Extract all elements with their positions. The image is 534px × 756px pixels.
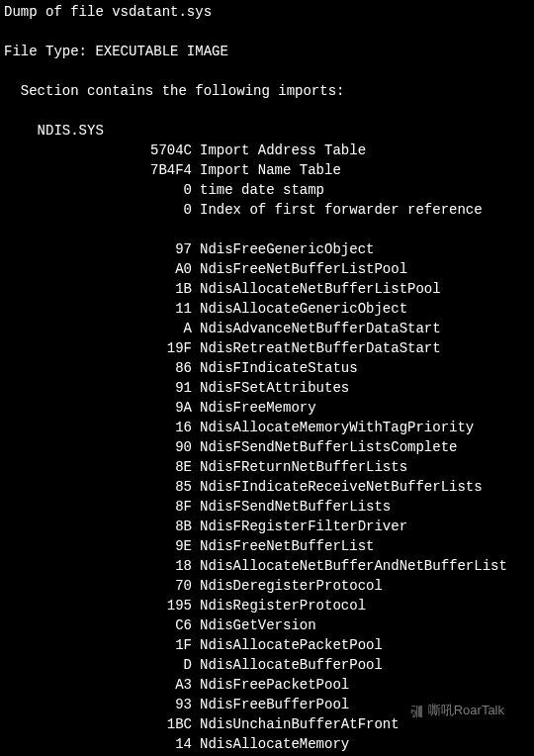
import-name: NdisAllocateGenericObject bbox=[192, 299, 407, 319]
meta-row: 0time date stamp bbox=[4, 180, 534, 200]
import-row: 1FNdisAllocatePacketPool bbox=[4, 635, 534, 655]
import-row: 8BNdisFRegisterFilterDriver bbox=[4, 517, 534, 536]
import-name: NdisFIndicateStatus bbox=[192, 358, 358, 378]
import-ordinal: A3 bbox=[4, 675, 192, 695]
import-name: NdisAdvanceNetBufferDataStart bbox=[192, 319, 441, 338]
import-row: DNdisAllocateBufferPool bbox=[4, 655, 534, 675]
import-name: NdisUnchainBufferAtFront bbox=[192, 714, 400, 734]
import-ordinal: 90 bbox=[4, 437, 192, 457]
import-name: NdisFreeMemory bbox=[192, 398, 316, 418]
import-ordinal: 1F bbox=[4, 635, 192, 655]
import-row: 16NdisAllocateMemoryWithTagPriority bbox=[4, 418, 534, 437]
import-row: C6NdisGetVersion bbox=[4, 615, 534, 635]
meta-row: 0Index of first forwarder reference bbox=[4, 200, 534, 220]
import-name: NdisDeregisterProtocol bbox=[192, 576, 383, 596]
import-name: NdisFSendNetBufferLists bbox=[192, 497, 391, 517]
import-name: NdisGetVersion bbox=[192, 615, 316, 635]
import-row: 1BNdisAllocateNetBufferListPool bbox=[4, 279, 534, 299]
meta-row: 7B4F4Import Name Table bbox=[4, 160, 534, 180]
import-name: NdisFreeBufferPool bbox=[192, 695, 349, 714]
terminal-output: Dump of file vsdatant.sys File Type: EXE… bbox=[4, 2, 534, 754]
module-name: NDIS.SYS bbox=[4, 121, 534, 141]
meta-label: Index of first forwarder reference bbox=[192, 200, 483, 220]
import-name: NdisFSetAttributes bbox=[192, 378, 349, 398]
import-row: 9ANdisFreeMemory bbox=[4, 398, 534, 418]
import-name: NdisFreeNetBufferListPool bbox=[192, 259, 407, 279]
imports-list: 97NdisFreeGenericObjectA0NdisFreeNetBuff… bbox=[4, 239, 534, 754]
import-row: 19FNdisRetreatNetBufferDataStart bbox=[4, 338, 534, 358]
import-ordinal: 70 bbox=[4, 576, 192, 596]
import-row: 8FNdisFSendNetBufferLists bbox=[4, 497, 534, 517]
import-row: 18NdisAllocateNetBufferAndNetBufferList bbox=[4, 556, 534, 576]
import-name: NdisAllocateNetBufferAndNetBufferList bbox=[192, 556, 507, 576]
meta-label: Import Address Table bbox=[192, 141, 366, 160]
import-row: 97NdisFreeGenericObject bbox=[4, 239, 534, 259]
import-name: NdisAllocateBufferPool bbox=[192, 655, 383, 675]
dump-header: Dump of file vsdatant.sys bbox=[4, 2, 534, 22]
import-ordinal: 195 bbox=[4, 596, 192, 615]
import-ordinal: A0 bbox=[4, 259, 192, 279]
import-row: 70NdisDeregisterProtocol bbox=[4, 576, 534, 596]
import-name: NdisFReturnNetBufferLists bbox=[192, 457, 407, 477]
import-ordinal: 97 bbox=[4, 239, 192, 259]
import-ordinal: 85 bbox=[4, 477, 192, 497]
import-name: NdisAllocateNetBufferListPool bbox=[192, 279, 441, 299]
import-row: 85NdisFIndicateReceiveNetBufferLists bbox=[4, 477, 534, 497]
section-header: Section contains the following imports: bbox=[4, 81, 534, 101]
import-ordinal: 86 bbox=[4, 358, 192, 378]
import-name: NdisAllocatePacketPool bbox=[192, 635, 383, 655]
import-row: 8ENdisFReturnNetBufferLists bbox=[4, 457, 534, 477]
meta-label: time date stamp bbox=[192, 180, 324, 200]
watermark: 嘶吼RoarTalk bbox=[408, 701, 504, 720]
import-name: NdisFreeGenericObject bbox=[192, 239, 374, 259]
import-row: 14NdisAllocateMemory bbox=[4, 734, 534, 754]
meta-addr: 0 bbox=[4, 180, 192, 200]
import-ordinal: 1B bbox=[4, 279, 192, 299]
import-ordinal: 8E bbox=[4, 457, 192, 477]
import-name: NdisAllocateMemory bbox=[192, 734, 349, 754]
import-name: NdisFIndicateReceiveNetBufferLists bbox=[192, 477, 483, 497]
meta-label: Import Name Table bbox=[192, 160, 341, 180]
import-row: 195NdisRegisterProtocol bbox=[4, 596, 534, 615]
import-ordinal: 91 bbox=[4, 378, 192, 398]
import-ordinal: 16 bbox=[4, 418, 192, 437]
import-row: 91NdisFSetAttributes bbox=[4, 378, 534, 398]
import-row: 90NdisFSendNetBufferListsComplete bbox=[4, 437, 534, 457]
import-row: A3NdisFreePacketPool bbox=[4, 675, 534, 695]
meta-addr: 0 bbox=[4, 200, 192, 220]
import-name: NdisFreeNetBufferList bbox=[192, 536, 374, 556]
import-ordinal: 8F bbox=[4, 497, 192, 517]
import-ordinal: 19F bbox=[4, 338, 192, 358]
import-name: NdisFSendNetBufferListsComplete bbox=[192, 437, 457, 457]
meta-addr: 7B4F4 bbox=[4, 160, 192, 180]
import-ordinal: 9A bbox=[4, 398, 192, 418]
import-row: A0NdisFreeNetBufferListPool bbox=[4, 259, 534, 279]
meta-addr: 5704C bbox=[4, 141, 192, 160]
import-row: 11NdisAllocateGenericObject bbox=[4, 299, 534, 319]
import-ordinal: A bbox=[4, 319, 192, 338]
import-row: ANdisAdvanceNetBufferDataStart bbox=[4, 319, 534, 338]
import-ordinal: 8B bbox=[4, 517, 192, 536]
import-ordinal: 9E bbox=[4, 536, 192, 556]
import-name: NdisRetreatNetBufferDataStart bbox=[192, 338, 441, 358]
zhihu-icon bbox=[408, 704, 424, 719]
meta-row: 5704CImport Address Table bbox=[4, 141, 534, 160]
import-row: 9ENdisFreeNetBufferList bbox=[4, 536, 534, 556]
import-ordinal: 1BC bbox=[4, 714, 192, 734]
import-ordinal: 14 bbox=[4, 734, 192, 754]
import-ordinal: 93 bbox=[4, 695, 192, 714]
import-ordinal: 11 bbox=[4, 299, 192, 319]
import-name: NdisFRegisterFilterDriver bbox=[192, 517, 407, 536]
import-ordinal: C6 bbox=[4, 615, 192, 635]
import-ordinal: D bbox=[4, 655, 192, 675]
import-name: NdisAllocateMemoryWithTagPriority bbox=[192, 418, 474, 437]
import-row: 86NdisFIndicateStatus bbox=[4, 358, 534, 378]
import-ordinal: 18 bbox=[4, 556, 192, 576]
file-type: File Type: EXECUTABLE IMAGE bbox=[4, 42, 534, 61]
import-name: NdisRegisterProtocol bbox=[192, 596, 366, 615]
import-name: NdisFreePacketPool bbox=[192, 675, 349, 695]
